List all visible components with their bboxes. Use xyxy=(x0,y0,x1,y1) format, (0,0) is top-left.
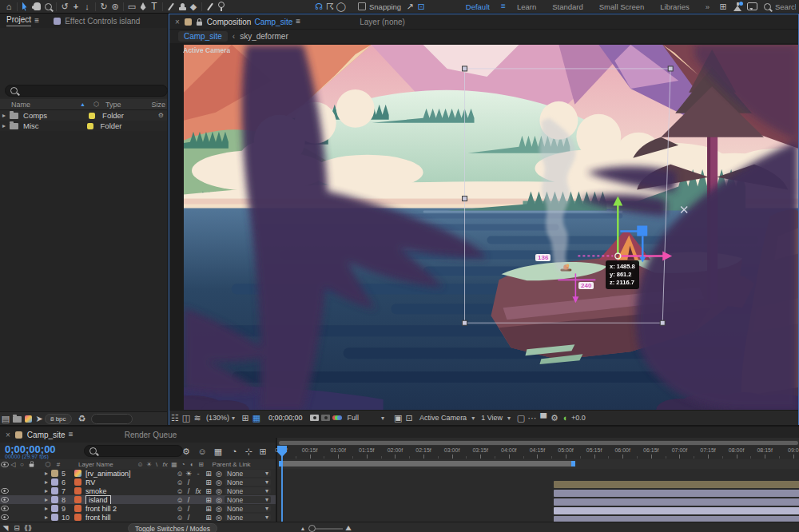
tab-composition-label[interactable]: Composition xyxy=(207,18,252,26)
layer-shy-switch[interactable]: ☺ xyxy=(175,496,185,504)
timeline-zoom-slider[interactable] xyxy=(308,525,343,532)
snapshot-camera-icon[interactable] xyxy=(309,412,320,424)
layer-visibility-toggle[interactable] xyxy=(0,496,9,503)
pixel-aspect-icon[interactable]: ⋯ xyxy=(527,412,538,424)
channel-rgb-icon[interactable] xyxy=(332,412,343,424)
magnification-chevron[interactable]: ▾ xyxy=(232,415,235,422)
orbit-camera-tool-icon[interactable]: ↺ xyxy=(59,1,70,13)
breadcrumb-parent-comp[interactable]: sky_deformer xyxy=(240,32,288,41)
toggle-switches-modes-button[interactable]: Toggle Switches / Modes xyxy=(128,523,217,532)
expander-icon[interactable]: ▸ xyxy=(2,112,6,119)
layer-quality-switch[interactable]: ☀ xyxy=(185,470,193,478)
layer-name[interactable]: front hill xyxy=(85,514,111,522)
layer-expander-icon[interactable]: ▸ xyxy=(42,470,51,477)
preview-timecode[interactable]: 0;00;00;00 xyxy=(268,414,303,422)
expander-icon[interactable]: ▸ xyxy=(2,122,6,129)
layer-expander-icon[interactable]: ▸ xyxy=(42,496,51,503)
hide-shy-layers-icon[interactable]: ☺ xyxy=(197,446,208,458)
project-row-misc[interactable]: ▸ Misc Folder xyxy=(0,121,167,131)
label-color-chip[interactable] xyxy=(89,113,95,119)
rectangle-tool-icon[interactable]: ▭ xyxy=(126,1,137,13)
column-type[interactable]: Type xyxy=(105,101,121,109)
parent-pickwhip-icon[interactable]: ◎ xyxy=(213,514,225,522)
toggle-mask-icon[interactable]: ⊡ xyxy=(403,412,415,424)
home-icon[interactable]: ⌂ xyxy=(3,1,14,13)
parent-dropdown[interactable]: None▾ xyxy=(225,514,271,521)
marquee-snap-icon[interactable]: ⊡ xyxy=(415,1,427,13)
feedback-bubble-icon[interactable] xyxy=(746,1,757,13)
layer-name[interactable]: RV xyxy=(85,478,95,486)
label-column-icon[interactable]: ⬡ xyxy=(43,461,53,468)
media-encoder-icon[interactable]: ⊞ xyxy=(718,1,729,13)
local-axis-mode-icon[interactable]: ☊ xyxy=(313,1,324,13)
solo-column-icon[interactable]: ○ xyxy=(18,461,26,468)
new-folder-icon[interactable] xyxy=(11,413,22,425)
layer-3d-switch[interactable]: ⊞ xyxy=(204,514,213,522)
workspace-menu-icon[interactable]: ≡ xyxy=(498,1,509,13)
view-layout-value[interactable]: 1 View xyxy=(481,414,503,422)
layer-expander-icon[interactable]: ▸ xyxy=(42,478,51,486)
layer-name-column[interactable]: Layer Name xyxy=(78,461,113,468)
layer-shy-switch[interactable]: ☺ xyxy=(175,470,185,478)
new-composition-icon[interactable] xyxy=(22,413,34,425)
layer-shy-switch[interactable]: ☺ xyxy=(175,505,185,513)
dolly-camera-tool-icon[interactable]: ↓ xyxy=(81,1,93,13)
stereo-glasses-icon[interactable]: ≋ xyxy=(192,412,203,424)
tab-layer[interactable]: Layer (none) xyxy=(360,18,405,26)
timeline-navigator[interactable] xyxy=(277,440,799,446)
rotation-tool-icon[interactable]: ↻ xyxy=(98,1,109,13)
timeline-button-icon[interactable]: ▀ xyxy=(538,412,549,424)
layer-shy-switch[interactable]: ☺ xyxy=(175,487,185,495)
close-tab-icon[interactable]: × xyxy=(175,18,180,26)
monitor-icon[interactable]: ◫ xyxy=(181,412,192,424)
puppet-pin-tool-icon[interactable] xyxy=(216,1,227,13)
layer-duration-bar-smoke[interactable] xyxy=(554,498,799,506)
expand-layer-switches-icon[interactable]: ◥ xyxy=(0,522,11,532)
item-name[interactable]: Misc xyxy=(23,121,39,130)
shy-switch-icon[interactable]: ☺ xyxy=(136,461,145,468)
app-search-input[interactable]: Search xyxy=(775,2,796,11)
frame-blend-switch-icon[interactable]: ▦ xyxy=(170,461,179,468)
parent-pickwhip-icon[interactable]: ◎ xyxy=(213,487,225,495)
show-snapshot-icon[interactable] xyxy=(320,412,332,424)
parent-link-column[interactable]: Parent & Link xyxy=(213,461,251,468)
lock-icon[interactable] xyxy=(197,22,202,26)
search-icon[interactable] xyxy=(761,1,773,13)
view-label[interactable]: Active Camera xyxy=(183,46,230,54)
layer-label-chip[interactable] xyxy=(51,470,58,477)
quality-switch-icon[interactable]: \ xyxy=(153,461,161,468)
layer-label-chip[interactable] xyxy=(51,496,58,503)
layer-duration-bar-island[interactable] xyxy=(554,507,799,514)
adjustment-switch-icon[interactable]: ◐ xyxy=(188,461,197,468)
workspace-libraries[interactable]: Libraries xyxy=(660,2,689,11)
layer-duration-bar-RV[interactable] xyxy=(554,490,799,497)
layer-3d-switch[interactable]: ⊞ xyxy=(204,487,213,495)
exposure-gear-icon[interactable]: ◐ xyxy=(560,412,571,424)
tab-timeline-campsite[interactable]: Camp_site xyxy=(27,431,66,439)
parent-dropdown[interactable]: None▾ xyxy=(225,487,271,494)
region-of-interest-icon[interactable]: ⊞ xyxy=(240,412,251,424)
pan-camera-tool-icon[interactable]: + xyxy=(70,1,81,13)
workspace-overflow-chevron[interactable]: » xyxy=(706,2,710,11)
zoom-out-mountain-icon[interactable]: ▲ xyxy=(297,522,308,532)
layer-visibility-toggle[interactable] xyxy=(0,487,9,494)
workspace-learn[interactable]: Learn xyxy=(517,2,536,11)
composition-viewport[interactable]: Active Camera x: 1485.8 y: 861.2 z: 2116… xyxy=(169,43,798,410)
breadcrumb-current-comp[interactable]: Camp_site xyxy=(178,31,228,42)
layer-expander-icon[interactable]: ▸ xyxy=(42,487,51,494)
zoom-slider-knob[interactable] xyxy=(308,525,316,532)
column-size[interactable]: Size xyxy=(151,101,165,109)
flowchart-button-icon[interactable]: ⚙ xyxy=(549,412,560,424)
zoom-in-mountain-icon[interactable]: ⛰ xyxy=(343,522,354,532)
clone-stamp-tool-icon[interactable] xyxy=(177,1,188,13)
bit-depth-button[interactable]: 8 bpc xyxy=(45,414,72,424)
timeline-tab-menu-icon[interactable]: ≡ xyxy=(66,429,77,441)
layer-name[interactable]: front hill 2 xyxy=(85,505,117,513)
composition-panel-menu-icon[interactable]: ≡ xyxy=(292,16,304,28)
pan-behind-tool-icon[interactable]: ⊛ xyxy=(109,1,121,13)
sort-ascending-icon[interactable]: ▲ xyxy=(80,101,85,107)
trash-icon[interactable]: ♻ xyxy=(77,413,88,425)
project-row-comps[interactable]: ▸ Comps Folder ⚙ xyxy=(0,110,167,121)
tab-render-queue[interactable]: Render Queue xyxy=(125,431,177,439)
always-preview-icon[interactable]: ☷ xyxy=(169,412,181,424)
